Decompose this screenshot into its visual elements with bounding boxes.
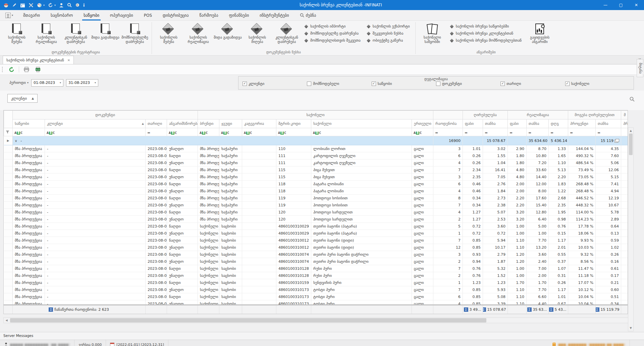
ribbon-small-item[interactable]: მომწოდებელზე დაბრუნება — [304, 31, 361, 36]
menu-item-საცნობარო[interactable]: საცნობარო — [45, 10, 78, 20]
column-header-ფასი[interactable]: ფასი — [508, 119, 527, 128]
filter-cell-თარიღი[interactable]: = — [146, 128, 167, 136]
filter-cell-კლიენტი[interactable]: ABC — [45, 128, 146, 136]
ribbon-button[interactable]: კლიენტისგან დაბრუნება — [61, 22, 91, 44]
toolbar-drag-handle[interactable] — [2, 67, 3, 72]
menu-item-ოპერაციები[interactable]: ოპერაციები — [105, 10, 139, 20]
detail-option-საწყობი[interactable]: ✓საწყობი — [372, 82, 436, 86]
tab-close-icon[interactable]: ✕ — [67, 58, 70, 62]
filter-cell-ერთეული[interactable]: ABC — [412, 128, 433, 136]
tools-icon[interactable] — [29, 2, 34, 8]
palette-dropdown-caret[interactable]: ▾ — [43, 4, 45, 7]
column-header-პრ[interactable]: პრ — [621, 119, 628, 128]
column-header-პროცენტი[interactable]: პროცენტი — [568, 119, 596, 128]
column-header-საქონელი[interactable]: საქონელი — [311, 119, 412, 128]
scroll-left-icon[interactable]: ◀ — [4, 319, 9, 322]
ribbon-small-item[interactable]: საქონლის ბრუნვა მომწოდებლებთან — [450, 38, 522, 43]
table-row[interactable]: მზა პროდუქცია-2023-08-01ნაღდისაქონელისაც… — [4, 293, 628, 300]
table-row[interactable]: მზა პროდუქცია-2023-08-01ნაღდისაქონელისაც… — [4, 223, 628, 230]
menu-item-საწყობი[interactable]: საწყობი — [78, 10, 105, 20]
scroll-up-icon[interactable]: ▲ — [628, 128, 633, 134]
column-band-საქონელი[interactable]: საქონელი — [198, 111, 433, 119]
column-band-დოკუმენტი[interactable]: დოკუმენტი — [13, 111, 198, 119]
group-summary-row[interactable]: ▶∨-1690015 078.6735 634.605 436.1415 119 — [4, 136, 628, 145]
print-button[interactable] — [22, 65, 31, 73]
ribbon-small-item[interactable]: საქონლის იმპორტი — [304, 24, 361, 29]
column-header-საწყობი[interactable]: საწყობი — [13, 119, 45, 128]
search-icon[interactable] — [67, 2, 72, 8]
menu-item-ინსტრუმენტები[interactable]: ინსტრუმენტები — [254, 10, 294, 20]
checkbox-icon[interactable] — [307, 82, 311, 86]
column-header-ანგარიშსწორება[interactable]: ანგარიშსწორება — [167, 119, 198, 128]
column-header-რაოდენობა[interactable]: რაოდენობა — [433, 119, 463, 128]
close-button[interactable]: ✕ — [629, 0, 644, 10]
filter-cell-კატეგორია[interactable]: ABC — [242, 128, 276, 136]
table-row[interactable]: მზა პროდუქცია-2023-08-01უნაღდომზა პროდუქ… — [4, 174, 628, 181]
filter-cell-პრ[interactable] — [621, 128, 628, 136]
export-xlsx-button[interactable]: XLSX — [34, 65, 42, 73]
ribbon-button[interactable]: კლიენტისგან დაბრუნება — [272, 22, 302, 44]
period-label[interactable]: პერიოდი ▾ — [9, 81, 29, 85]
ribbon-button[interactable]: შიდა გადაზიდვა — [91, 22, 120, 40]
chevron-down-icon[interactable]: ▾ — [58, 81, 63, 84]
vertical-scrollbar[interactable]: ▲ ▼ — [628, 128, 634, 331]
filter-cell-ანგარიშსწორება[interactable]: ABC — [167, 128, 198, 136]
menu-burger-button[interactable]: ▾ — [0, 10, 18, 20]
table-row[interactable]: მზა პროდუქცია-2023-08-01უნაღდოსაქონელისა… — [4, 258, 628, 265]
filter-cell-ფასი[interactable]: = — [463, 128, 483, 136]
detail-option-მომწოდებელი[interactable]: მომწოდებელი — [307, 82, 371, 86]
table-row[interactable]: მზა პროდუქცია-2023-08-01ნაღდიმზა პროდუქც… — [4, 181, 628, 188]
table-row[interactable]: მზა პროდუქცია-2023-08-01უნაღდომზა პროდუქ… — [4, 159, 628, 166]
checkbox-icon[interactable] — [436, 82, 440, 86]
table-row[interactable]: მზა პროდუქცია-2023-08-01უნაღდომზა პროდუქ… — [4, 202, 628, 209]
menu-item-POS[interactable]: POS — [139, 10, 157, 20]
minimize-button[interactable]: — — [598, 0, 613, 10]
menu-item-წარმოება[interactable]: წარმოება — [194, 10, 224, 20]
checkbox-checked-icon[interactable]: ✓ — [372, 82, 376, 86]
grid-search-icon[interactable] — [630, 97, 635, 103]
date-to-input[interactable]: 31-08-2023 ▾ — [66, 79, 98, 87]
refresh-button[interactable] — [7, 65, 15, 73]
table-row[interactable]: მზა პროდუქცია-2023-08-01უნაღდოსაქონელისა… — [4, 286, 628, 293]
refresh-icon[interactable] — [48, 2, 53, 8]
group-by-chip[interactable]: კლიენტი ▲ — [7, 94, 38, 103]
ribbon-small-item[interactable]: ობიექტზე გაწერა — [367, 38, 410, 43]
detail-option-კლიენტი[interactable]: ✓კლიენტი — [243, 82, 307, 86]
horizontal-scrollbar[interactable]: ◀ ▶ — [3, 317, 634, 323]
filter-cell-დღგ[interactable]: = — [549, 128, 568, 136]
palette-icon[interactable] — [37, 2, 42, 8]
maximize-button[interactable]: ▢ — [613, 0, 629, 10]
filter-cell-საქონელი[interactable]: ABC — [311, 128, 412, 136]
edit-icon[interactable] — [12, 2, 17, 8]
ribbon-small-item[interactable]: შეკვეთების ნუსხა — [367, 31, 410, 36]
checkbox-checked-icon[interactable]: ✓ — [565, 82, 570, 86]
sync-icon[interactable] — [75, 2, 80, 8]
menu-item-მთავარი[interactable]: მთავარი — [18, 10, 45, 20]
column-header-კატეგორია[interactable]: კატეგორია — [242, 119, 276, 128]
column-header-თანხა[interactable]: თანხა — [527, 119, 549, 128]
table-row[interactable]: მზა პროდუქცია-2023-08-01უნაღდოსაქონელისა… — [4, 300, 628, 305]
row-expand-indicator[interactable]: ▶ — [4, 136, 13, 145]
ribbon-small-item[interactable]: საქონლის ბრუნვა საწყობებში — [450, 24, 522, 29]
detail-option-თარიღი[interactable]: ✓თარიღი — [500, 82, 565, 86]
filter-cell-ფასი[interactable]: = — [508, 128, 527, 136]
column-band-empty[interactable] — [433, 111, 463, 119]
table-row[interactable]: მზა პროდუქცია-2023-08-01ნაღდიმზა პროდუქც… — [4, 209, 628, 216]
filter-cell-თანხა[interactable]: = — [596, 128, 621, 136]
ribbon-button[interactable]: გაყიდვების ანგარიში — [525, 22, 554, 44]
column-band-მოგება ღირებულებით[interactable]: მოგება ღირებულებით — [568, 111, 621, 119]
column-header-თანხა[interactable]: თანხა — [596, 119, 621, 128]
ribbon-button[interactable]: საქონლის რეალიზაცია — [183, 22, 213, 44]
chevron-down-icon[interactable]: ▾ — [93, 81, 98, 84]
ribbon-button[interactable]: საქონლის შეძენა — [2, 22, 32, 44]
column-band-ღირებულება[interactable]: ღირებულება — [463, 111, 508, 119]
table-row[interactable]: მზა პროდუქცია-2023-08-01უნაღდოსაქონელისა… — [4, 272, 628, 279]
column-header-ფასი[interactable]: ფასი — [463, 119, 483, 128]
column-header-დღგ[interactable]: დღგ — [549, 119, 568, 128]
checkbox-checked-icon[interactable]: ✓ — [500, 82, 505, 86]
ribbon-small-item[interactable]: მომწოდებლისთვის შეკვეთა — [304, 38, 361, 43]
column-band-მ[interactable]: მ — [621, 111, 628, 119]
menu-item-დისტრიბუცია[interactable]: დისტრიბუცია — [157, 10, 194, 20]
filter-cell-შტრიხ-კოდი[interactable]: ABC — [276, 128, 311, 136]
column-header-თარიღი[interactable]: თარიღი — [146, 119, 167, 128]
